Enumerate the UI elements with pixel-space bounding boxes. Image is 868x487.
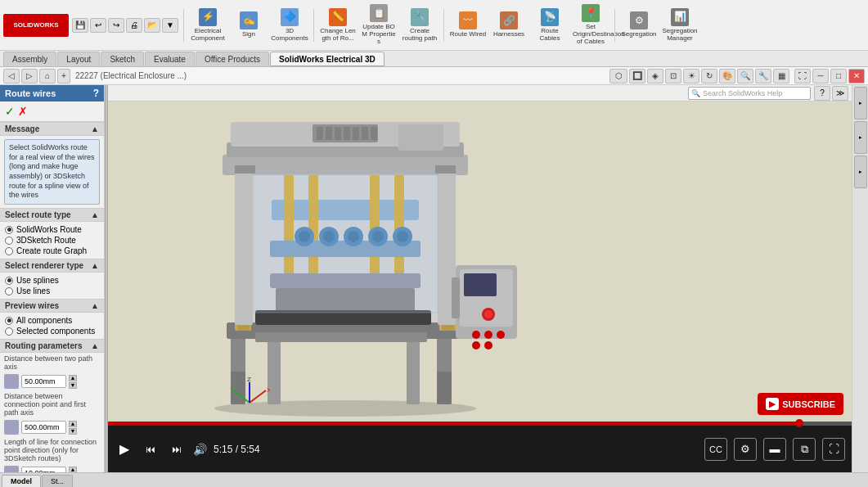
miniplayer-btn[interactable]: ⧉: [793, 438, 816, 461]
confirm-btn[interactable]: ✓: [5, 105, 15, 118]
main-area: Route wires ? ✓ ✗ Message ▲ Select Solid…: [0, 85, 868, 472]
param1-down[interactable]: ▼: [69, 382, 77, 389]
all-components-radio[interactable]: [5, 317, 13, 325]
view-mode-btn[interactable]: 🔲: [629, 69, 645, 83]
help-btn[interactable]: ?: [814, 86, 830, 101]
skip-fwd-btn[interactable]: ⏭: [167, 440, 187, 459]
nav-forward-btn[interactable]: ▷: [21, 69, 38, 83]
route-cables-btn[interactable]: 📡 Route Cables: [531, 4, 569, 47]
save-btn[interactable]: 💾: [72, 18, 88, 33]
progress-bar[interactable]: [108, 422, 852, 426]
use-lines-option[interactable]: Use lines: [5, 286, 99, 296]
use-lines-radio[interactable]: [5, 287, 13, 295]
route-type-expand[interactable]: ▲: [91, 210, 99, 219]
options-btn[interactable]: ▼: [162, 18, 178, 33]
route-cables-icon: 📡: [541, 8, 559, 26]
param1-input[interactable]: [21, 375, 66, 388]
tab-sketch[interactable]: Sketch: [101, 52, 144, 66]
param3-input[interactable]: [21, 467, 66, 472]
right-panel-btn-1[interactable]: ▸: [854, 87, 867, 119]
minimize-btn[interactable]: ─: [812, 69, 829, 83]
extra-btn[interactable]: ▦: [773, 69, 789, 83]
view-orient-btn[interactable]: ⬡: [609, 69, 627, 83]
message-expand[interactable]: ▲: [91, 124, 99, 133]
svg-rect-8: [255, 332, 427, 342]
route-wired-btn[interactable]: 〰 Route Wired: [449, 4, 487, 47]
selected-components-radio[interactable]: [5, 327, 13, 336]
3dsketch-route-radio[interactable]: [5, 237, 13, 245]
close-win-btn[interactable]: ✕: [848, 69, 865, 83]
home-view-btn[interactable]: ⌂: [39, 69, 56, 83]
print-btn[interactable]: 🖨: [126, 18, 142, 33]
tab-sw-electrical-3d[interactable]: SolidWorks Electrical 3D: [270, 52, 385, 66]
fullscreen-video-btn[interactable]: ⛶: [822, 438, 845, 461]
create-routing-btn[interactable]: 🔧 Create routing path: [401, 4, 438, 47]
undo-btn[interactable]: ↩: [90, 18, 106, 33]
all-components-option[interactable]: All components: [5, 315, 99, 326]
tab-st2[interactable]: St...: [42, 475, 73, 487]
segregation-btn[interactable]: ⚙ Segregation: [620, 4, 658, 47]
3d-components-btn[interactable]: 🔷 3D Components: [271, 4, 308, 47]
update-bom-btn[interactable]: 📋 Update BOM Properties: [360, 4, 398, 47]
tab-evaluate[interactable]: Evaluate: [145, 52, 195, 66]
set-origin-btn[interactable]: 📍 Set Origin/Destination of Cables: [572, 4, 609, 47]
nav-back-btn[interactable]: ◁: [3, 69, 20, 83]
param1-up[interactable]: ▲: [69, 375, 77, 381]
svg-rect-17: [317, 127, 323, 140]
tab-layout[interactable]: Layout: [57, 52, 100, 66]
param2-up[interactable]: ▲: [69, 421, 77, 427]
param2-input[interactable]: [21, 421, 66, 434]
help-extra[interactable]: ≫: [832, 86, 848, 101]
display-btn[interactable]: ◈: [647, 69, 663, 83]
maximize-btn[interactable]: □: [830, 69, 847, 83]
lighting-btn[interactable]: ☀: [683, 69, 699, 83]
rotate-btn[interactable]: ↻: [701, 69, 717, 83]
zoom-btn[interactable]: 🔍: [737, 69, 753, 83]
volume-btn[interactable]: 🔊: [193, 443, 207, 456]
routing-params-expand[interactable]: ▲: [91, 341, 99, 350]
time-display: 5:15 / 5:54: [214, 444, 260, 455]
plus-btn[interactable]: +: [57, 69, 70, 83]
tab-model[interactable]: Model: [2, 475, 41, 487]
create-route-graph-radio[interactable]: [5, 247, 13, 255]
change-length-btn[interactable]: 📏 Change Length of Ro...: [319, 4, 357, 47]
route-wired-icon: 〰: [459, 11, 477, 29]
solidworks-route-radio[interactable]: [5, 226, 13, 234]
tools-btn[interactable]: 🔧: [755, 69, 771, 83]
subscribe-button[interactable]: SUBSCRIBE: [758, 393, 843, 415]
param3-up[interactable]: ▲: [69, 467, 77, 472]
electrical-component-btn[interactable]: ⚡ Electrical Component: [189, 4, 227, 47]
param2-down[interactable]: ▼: [69, 428, 77, 435]
play-pause-btn[interactable]: ▶: [115, 440, 134, 459]
3dsketch-route-option[interactable]: 3DSketch Route: [5, 235, 99, 246]
section-view-btn[interactable]: ⊡: [665, 69, 681, 83]
appearance-btn[interactable]: 🎨: [719, 69, 735, 83]
right-panel-btn-3[interactable]: ▸: [854, 156, 867, 188]
panel-help-btn[interactable]: ?: [93, 88, 99, 99]
selected-components-option[interactable]: Selected components: [5, 326, 99, 336]
segregation-manager-btn[interactable]: 📊 Segregation Manager: [661, 4, 699, 47]
main-toolbar: SOLIDWORKS 💾 ↩ ↪ 🖨 📂 ▼ ⚡ Electrical Comp…: [0, 0, 868, 51]
renderer-expand[interactable]: ▲: [91, 261, 99, 270]
preview-expand[interactable]: ▲: [91, 301, 99, 310]
tab-office-products[interactable]: Office Products: [196, 52, 269, 66]
svg-rect-57: [452, 277, 460, 318]
open-btn[interactable]: 📂: [144, 18, 160, 33]
cancel-btn[interactable]: ✗: [18, 105, 28, 118]
skip-back-btn[interactable]: ⏮: [141, 440, 160, 459]
fullscreen-btn[interactable]: ⛶: [794, 69, 811, 83]
use-splines-radio[interactable]: [5, 277, 13, 285]
use-splines-option[interactable]: Use splines: [5, 275, 99, 286]
sign-btn[interactable]: ✍ Sign: [230, 4, 268, 47]
harnesses-btn[interactable]: 🔗 Harnesses: [490, 4, 528, 47]
create-route-graph-option[interactable]: Create route Graph: [5, 246, 99, 256]
subtitles-btn[interactable]: CC: [704, 438, 727, 461]
redo-btn[interactable]: ↪: [108, 18, 124, 33]
solidworks-route-option[interactable]: SolidWorks Route: [5, 224, 99, 235]
settings-btn[interactable]: ⚙: [734, 438, 757, 461]
right-panel-btn-2[interactable]: ▸: [854, 121, 867, 154]
tab-assembly[interactable]: Assembly: [3, 52, 56, 66]
theater-btn[interactable]: ▬: [763, 438, 786, 461]
progress-thumb[interactable]: [795, 419, 803, 427]
3d-view[interactable]: 🔍 Search SolidWorks Help ? ≫: [108, 85, 852, 472]
